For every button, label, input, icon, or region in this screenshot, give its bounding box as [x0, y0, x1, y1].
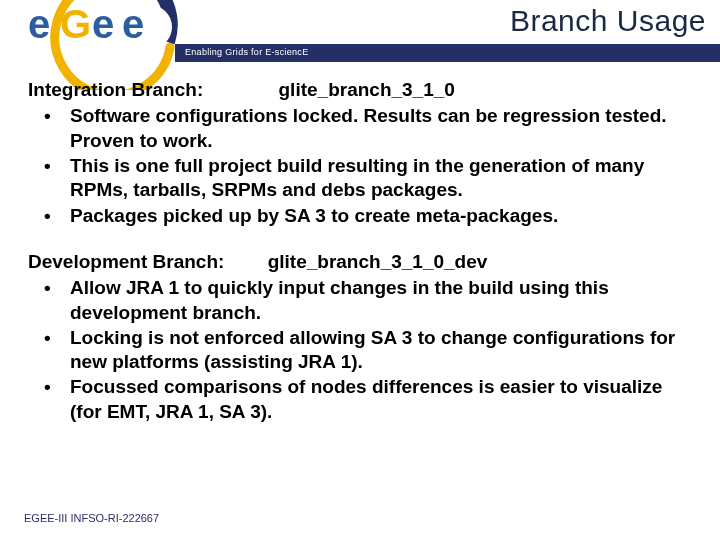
header-tagline: Enabling Grids for E-sciencE	[185, 47, 308, 57]
list-item: Allow JRA 1 to quickly input changes in …	[42, 276, 696, 325]
list-item: Focussed comparisons of nodes difference…	[42, 375, 696, 424]
list-item: Locking is not enforced allowing SA 3 to…	[42, 326, 696, 375]
list-item: Packages picked up by SA 3 to create met…	[42, 204, 696, 228]
integration-branch-value: glite_branch_3_1_0	[279, 78, 455, 102]
egee-logo: e G e e	[10, 0, 185, 68]
slide-header: e G e e Branch Usage Enabling Grids for …	[0, 0, 720, 68]
list-item: Software configurations locked. Results …	[42, 104, 696, 153]
integration-branch-label: Integration Branch:	[28, 78, 203, 102]
logo-letter-e1: e	[28, 2, 50, 47]
slide-footer: EGEE-III INFSO-RI-222667	[24, 512, 159, 524]
integration-bullet-list: Software configurations locked. Results …	[28, 104, 696, 228]
development-branch-label: Development Branch:	[28, 250, 224, 274]
development-branch-value: glite_branch_3_1_0_dev	[268, 250, 488, 274]
slide-body: Integration Branch: glite_branch_3_1_0 S…	[28, 78, 696, 446]
logo-letter-e3: e	[122, 2, 144, 47]
development-branch-heading: Development Branch: glite_branch_3_1_0_d…	[28, 250, 696, 274]
logo-letter-e2: e	[92, 2, 114, 47]
integration-branch-heading: Integration Branch: glite_branch_3_1_0	[28, 78, 696, 102]
slide-title: Branch Usage	[510, 4, 706, 38]
list-item: This is one full project build resulting…	[42, 154, 696, 203]
development-bullet-list: Allow JRA 1 to quickly input changes in …	[28, 276, 696, 424]
logo-letter-g: G	[60, 2, 91, 47]
